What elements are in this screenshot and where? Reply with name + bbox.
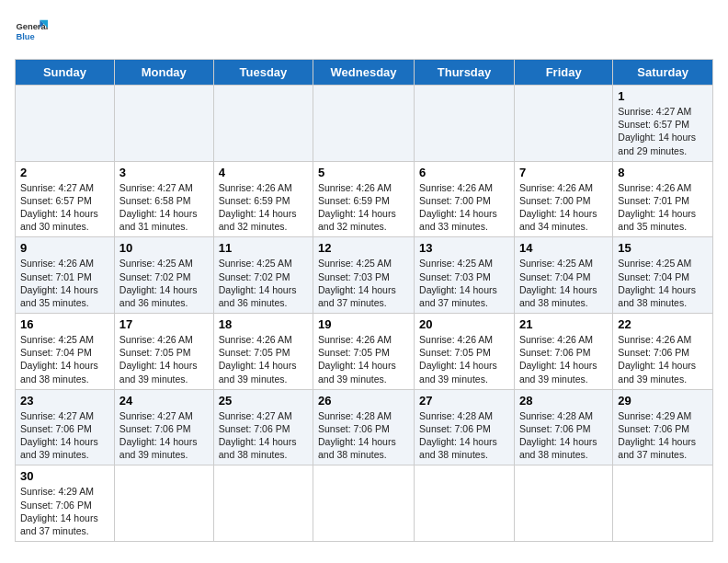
- calendar-cell: 1Sunrise: 4:27 AM Sunset: 6:57 PM Daylig…: [613, 86, 713, 162]
- day-header-sunday: Sunday: [16, 60, 115, 86]
- calendar-cell: 16Sunrise: 4:25 AM Sunset: 7:04 PM Dayli…: [16, 314, 115, 390]
- day-header-thursday: Thursday: [415, 60, 515, 86]
- cell-info: Sunrise: 4:25 AM Sunset: 7:02 PM Dayligh…: [119, 257, 209, 309]
- calendar-cell: 25Sunrise: 4:27 AM Sunset: 7:06 PM Dayli…: [213, 389, 313, 465]
- days-header-row: SundayMondayTuesdayWednesdayThursdayFrid…: [16, 60, 713, 86]
- cell-info: Sunrise: 4:26 AM Sunset: 7:05 PM Dayligh…: [119, 333, 209, 385]
- calendar-cell: 22Sunrise: 4:26 AM Sunset: 7:06 PM Dayli…: [613, 314, 713, 390]
- cell-info: Sunrise: 4:29 AM Sunset: 7:06 PM Dayligh…: [20, 485, 109, 537]
- calendar-cell: 14Sunrise: 4:25 AM Sunset: 7:04 PM Dayli…: [514, 237, 612, 314]
- calendar-cell: 13Sunrise: 4:25 AM Sunset: 7:03 PM Dayli…: [415, 237, 515, 314]
- calendar-cell: [114, 86, 213, 162]
- cell-info: Sunrise: 4:26 AM Sunset: 7:05 PM Dayligh…: [219, 333, 308, 385]
- cell-info: Sunrise: 4:27 AM Sunset: 7:06 PM Dayligh…: [119, 409, 209, 462]
- calendar-table: SundayMondayTuesdayWednesdayThursdayFrid…: [15, 59, 713, 542]
- calendar-cell: [313, 465, 415, 542]
- cell-info: Sunrise: 4:25 AM Sunset: 7:03 PM Dayligh…: [318, 257, 409, 309]
- date-number: 23: [20, 394, 109, 408]
- calendar-week-3: 9Sunrise: 4:26 AM Sunset: 7:01 PM Daylig…: [16, 237, 713, 314]
- cell-info: Sunrise: 4:29 AM Sunset: 7:06 PM Dayligh…: [618, 409, 708, 462]
- calendar-week-2: 2Sunrise: 4:27 AM Sunset: 6:57 PM Daylig…: [16, 161, 713, 237]
- cell-info: Sunrise: 4:25 AM Sunset: 7:02 PM Dayligh…: [219, 257, 308, 309]
- date-number: 2: [20, 166, 109, 179]
- cell-info: Sunrise: 4:25 AM Sunset: 7:04 PM Dayligh…: [519, 257, 608, 309]
- date-number: 27: [419, 394, 509, 408]
- day-header-wednesday: Wednesday: [313, 60, 415, 86]
- calendar-cell: 30Sunrise: 4:29 AM Sunset: 7:06 PM Dayli…: [16, 465, 115, 542]
- date-number: 19: [318, 317, 409, 331]
- date-number: 11: [219, 241, 308, 255]
- page-header: General Blue: [15, 15, 713, 48]
- calendar-week-5: 23Sunrise: 4:27 AM Sunset: 7:06 PM Dayli…: [16, 389, 713, 465]
- cell-info: Sunrise: 4:26 AM Sunset: 7:00 PM Dayligh…: [419, 181, 509, 234]
- calendar-cell: 9Sunrise: 4:26 AM Sunset: 7:01 PM Daylig…: [16, 237, 115, 314]
- date-number: 9: [20, 241, 109, 255]
- date-number: 25: [219, 394, 308, 408]
- date-number: 21: [519, 317, 608, 331]
- calendar-cell: 23Sunrise: 4:27 AM Sunset: 7:06 PM Dayli…: [16, 389, 115, 465]
- calendar-cell: 26Sunrise: 4:28 AM Sunset: 7:06 PM Dayli…: [313, 389, 415, 465]
- cell-info: Sunrise: 4:26 AM Sunset: 6:59 PM Dayligh…: [318, 181, 409, 234]
- date-number: 22: [618, 317, 708, 331]
- cell-info: Sunrise: 4:26 AM Sunset: 7:01 PM Dayligh…: [618, 181, 708, 234]
- date-number: 1: [618, 89, 708, 103]
- cell-info: Sunrise: 4:27 AM Sunset: 6:58 PM Dayligh…: [119, 181, 209, 234]
- cell-info: Sunrise: 4:27 AM Sunset: 6:57 PM Dayligh…: [618, 105, 708, 157]
- date-number: 4: [219, 166, 308, 179]
- calendar-cell: 15Sunrise: 4:25 AM Sunset: 7:04 PM Dayli…: [613, 237, 713, 314]
- day-header-saturday: Saturday: [613, 60, 713, 86]
- calendar-cell: [415, 465, 515, 542]
- calendar-cell: [514, 86, 612, 162]
- date-number: 12: [318, 241, 409, 255]
- date-number: 30: [20, 469, 109, 483]
- date-number: 17: [119, 317, 209, 331]
- cell-info: Sunrise: 4:25 AM Sunset: 7:04 PM Dayligh…: [20, 333, 109, 385]
- calendar-week-4: 16Sunrise: 4:25 AM Sunset: 7:04 PM Dayli…: [16, 314, 713, 390]
- calendar-cell: 29Sunrise: 4:29 AM Sunset: 7:06 PM Dayli…: [613, 389, 713, 465]
- calendar-cell: 27Sunrise: 4:28 AM Sunset: 7:06 PM Dayli…: [415, 389, 515, 465]
- cell-info: Sunrise: 4:25 AM Sunset: 7:03 PM Dayligh…: [419, 257, 509, 309]
- calendar-cell: 7Sunrise: 4:26 AM Sunset: 7:00 PM Daylig…: [514, 161, 612, 237]
- cell-info: Sunrise: 4:27 AM Sunset: 6:57 PM Dayligh…: [20, 181, 109, 234]
- cell-info: Sunrise: 4:26 AM Sunset: 7:01 PM Dayligh…: [20, 257, 109, 309]
- cell-info: Sunrise: 4:28 AM Sunset: 7:06 PM Dayligh…: [419, 409, 509, 462]
- calendar-cell: 3Sunrise: 4:27 AM Sunset: 6:58 PM Daylig…: [114, 161, 213, 237]
- calendar-week-6: 30Sunrise: 4:29 AM Sunset: 7:06 PM Dayli…: [16, 465, 713, 542]
- cell-info: Sunrise: 4:26 AM Sunset: 6:59 PM Dayligh…: [219, 181, 308, 234]
- calendar-cell: 28Sunrise: 4:28 AM Sunset: 7:06 PM Dayli…: [514, 389, 612, 465]
- calendar-cell: 5Sunrise: 4:26 AM Sunset: 6:59 PM Daylig…: [313, 161, 415, 237]
- cell-info: Sunrise: 4:27 AM Sunset: 7:06 PM Dayligh…: [20, 409, 109, 462]
- calendar-cell: 6Sunrise: 4:26 AM Sunset: 7:00 PM Daylig…: [415, 161, 515, 237]
- cell-info: Sunrise: 4:27 AM Sunset: 7:06 PM Dayligh…: [219, 409, 308, 462]
- date-number: 29: [618, 394, 708, 408]
- day-header-monday: Monday: [114, 60, 213, 86]
- cell-info: Sunrise: 4:28 AM Sunset: 7:06 PM Dayligh…: [519, 409, 608, 462]
- day-header-friday: Friday: [514, 60, 612, 86]
- cell-info: Sunrise: 4:26 AM Sunset: 7:05 PM Dayligh…: [419, 333, 509, 385]
- calendar-cell: 4Sunrise: 4:26 AM Sunset: 6:59 PM Daylig…: [213, 161, 313, 237]
- date-number: 28: [519, 394, 608, 408]
- calendar-cell: 24Sunrise: 4:27 AM Sunset: 7:06 PM Dayli…: [114, 389, 213, 465]
- calendar-week-1: 1Sunrise: 4:27 AM Sunset: 6:57 PM Daylig…: [16, 86, 713, 162]
- svg-text:Blue: Blue: [16, 32, 34, 41]
- date-number: 26: [318, 394, 409, 408]
- calendar-cell: [16, 86, 115, 162]
- date-number: 13: [419, 241, 509, 255]
- calendar-cell: 8Sunrise: 4:26 AM Sunset: 7:01 PM Daylig…: [613, 161, 713, 237]
- logo: General Blue: [15, 15, 48, 48]
- calendar-cell: 17Sunrise: 4:26 AM Sunset: 7:05 PM Dayli…: [114, 314, 213, 390]
- cell-info: Sunrise: 4:25 AM Sunset: 7:04 PM Dayligh…: [618, 257, 708, 309]
- calendar-cell: 18Sunrise: 4:26 AM Sunset: 7:05 PM Dayli…: [213, 314, 313, 390]
- cell-info: Sunrise: 4:26 AM Sunset: 7:06 PM Dayligh…: [519, 333, 608, 385]
- calendar-cell: 20Sunrise: 4:26 AM Sunset: 7:05 PM Dayli…: [415, 314, 515, 390]
- calendar-cell: 19Sunrise: 4:26 AM Sunset: 7:05 PM Dayli…: [313, 314, 415, 390]
- day-header-tuesday: Tuesday: [213, 60, 313, 86]
- calendar-cell: 11Sunrise: 4:25 AM Sunset: 7:02 PM Dayli…: [213, 237, 313, 314]
- date-number: 14: [519, 241, 608, 255]
- calendar-cell: [114, 465, 213, 542]
- date-number: 16: [20, 317, 109, 331]
- date-number: 8: [618, 166, 708, 179]
- date-number: 24: [119, 394, 209, 408]
- calendar-cell: [213, 465, 313, 542]
- general-blue-logo-icon: General Blue: [15, 15, 48, 48]
